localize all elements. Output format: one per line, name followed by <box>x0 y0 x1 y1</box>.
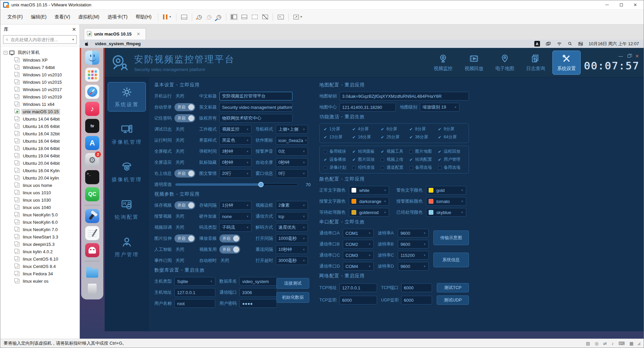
open-interval-select[interactable]: 1000毫秒▼ <box>276 234 308 243</box>
side-nav-user-mgmt[interactable]: 用户管理 <box>108 232 146 262</box>
storage-interval-select[interactable]: 1分钟▼ <box>219 201 252 210</box>
vm-list-item[interactable]: Windows XP <box>2 56 78 64</box>
vm-list-item[interactable]: linux uos 1030 <box>2 196 78 204</box>
side-nav-polling-config[interactable]: 轮询配置 <box>108 195 146 224</box>
ui-style-select[interactable]: 黑蓝色▼ <box>219 136 252 145</box>
vm-list-item[interactable]: linux euler os <box>2 277 78 285</box>
vm-list-item[interactable]: Ubuntu 18.04 64bit <box>2 145 78 152</box>
library-close-icon[interactable]: ✕ <box>72 26 76 32</box>
close-button[interactable]: ✕ <box>630 1 641 9</box>
side-nav-recorder-mgmt[interactable]: 录像机管理 <box>108 120 146 149</box>
vm-list-item[interactable]: linux uos home <box>2 182 78 189</box>
resize-grip[interactable]: ◢ <box>637 341 640 346</box>
baud-b-select[interactable]: 9600▼ <box>398 240 429 249</box>
transfer-diagram-button[interactable]: 传输示意图 <box>433 230 469 245</box>
db-init-button[interactable]: 初始化数据 <box>276 292 309 303</box>
alarm-lines-select[interactable]: 20行▼ <box>219 169 252 178</box>
vm-list-item[interactable]: linux deepin15.3 <box>2 240 78 248</box>
network-adapter-icon[interactable]: ⇄ <box>602 341 608 346</box>
fullscreen-button[interactable] <box>250 13 260 20</box>
trash-icon[interactable] <box>85 282 99 296</box>
cdrom-icon[interactable]: ◎ <box>594 341 599 346</box>
stretch-guest-button[interactable]: ↗▼ <box>291 13 305 21</box>
nav-log-query[interactable]: 日志查询 <box>522 51 550 75</box>
harddisk-icon[interactable]: ▤ <box>585 341 591 346</box>
feature-checkbox[interactable]: 轮询面板 <box>352 149 379 154</box>
toggle-fullscreen-mode[interactable]: 关闭 <box>174 148 195 154</box>
menu-view[interactable]: 查看(V) <box>51 12 74 22</box>
suspend-button[interactable]: ▼ <box>161 13 174 21</box>
search-dropdown-icon[interactable]: ▼ <box>72 38 74 41</box>
udp-listen-input[interactable]: 6000 <box>401 296 432 304</box>
feature-checkbox[interactable]: 图片地图 <box>409 149 437 154</box>
feature-checkbox[interactable]: 13分屏 <box>323 134 351 140</box>
vm-list-item[interactable]: Ubuntu 20.04 64bit <box>2 159 78 167</box>
db-type-select[interactable]: Sqlite▼ <box>174 277 215 286</box>
nav-system-settings[interactable]: 系统设置 <box>552 51 581 75</box>
tcp-listen-input[interactable]: 6000 <box>339 296 377 304</box>
vm-list-item[interactable]: Ubuntu 14.04 64bit <box>2 115 78 123</box>
alarm-sound-select[interactable]: 0次▼ <box>276 147 308 156</box>
feature-checkbox[interactable]: 1分屏 <box>323 126 351 132</box>
vm-list-item[interactable]: Ubuntu 14.05 64bit <box>2 123 78 130</box>
stream-type-select[interactable]: 子码流▼ <box>219 223 252 232</box>
toggle-auto-time-sync[interactable]: 关闭 <box>219 258 240 264</box>
color-select-processed[interactable]: skyblue▼ <box>426 208 466 217</box>
feature-checkbox[interactable]: 4分屏 <box>352 126 379 132</box>
test-tcp-button[interactable]: 测试TCP <box>437 283 469 292</box>
app-maximize-icon[interactable] <box>628 55 631 58</box>
app-close-icon[interactable]: ✕ <box>635 54 639 58</box>
sound-icon[interactable]: ♪ <box>610 341 615 346</box>
apple-menu-icon[interactable] <box>85 41 90 46</box>
feature-checkbox[interactable]: 8分屏 <box>409 126 437 132</box>
vm-list-item[interactable]: linux NeoKylin 6.0 <box>2 218 78 226</box>
control-center-icon[interactable] <box>578 41 583 47</box>
db-port-input[interactable]: 3306 <box>239 288 277 297</box>
vm-list-item[interactable]: linux NeoKylin 5.0 <box>2 211 78 218</box>
vm-list-item[interactable]: Windows 10 vs2010 <box>2 71 78 78</box>
vm-list-item[interactable]: Windows 7 64bit <box>2 64 78 71</box>
slider-knob[interactable] <box>258 182 264 187</box>
vm-list-item[interactable]: linux CentOS 8.4 <box>2 263 78 270</box>
wifi-icon[interactable] <box>556 41 562 47</box>
spotlight-icon[interactable] <box>568 41 573 46</box>
feature-checkbox[interactable]: 通道配置 <box>380 165 408 170</box>
vm-list-item[interactable]: linux NewStart 3.3 <box>2 233 78 240</box>
vm-list-item[interactable]: linux Fedora 34 <box>2 270 78 277</box>
ctrl-alt-del-button[interactable] <box>179 13 189 21</box>
serial-port-b-select[interactable]: COM2▼ <box>343 240 374 249</box>
opacity-slider[interactable] <box>175 183 298 186</box>
color-select-warn-text[interactable]: gold▼ <box>426 186 466 195</box>
hw-accel-select[interactable]: none▼ <box>219 212 252 221</box>
vm-list-item[interactable]: linux CentOS 6.10 <box>2 255 78 263</box>
qc-app-icon[interactable]: QC <box>85 187 99 201</box>
search-input[interactable] <box>11 37 70 42</box>
tcp-address-input[interactable]: 127.0.0.1 <box>339 283 377 292</box>
nav-style-select[interactable]: 上侧+上侧▼ <box>276 125 308 134</box>
menu-help[interactable]: 帮助(H) <box>132 12 155 22</box>
feature-checkbox[interactable]: 图片回放 <box>352 157 379 162</box>
library-search[interactable]: ▼ <box>3 35 77 44</box>
db-password-input[interactable]: ●●●● <box>239 299 277 308</box>
db-user-input[interactable]: root <box>174 299 215 308</box>
feature-checkbox[interactable]: 6分屏 <box>380 126 408 132</box>
vm-list-item[interactable]: linux NeoKylin 7.0 <box>2 226 78 233</box>
feature-checkbox[interactable]: 备用模块 <box>323 149 351 154</box>
safari-icon[interactable] <box>85 85 99 99</box>
window-info-select[interactable]: 0行▼ <box>276 169 308 178</box>
screen-mirroring-icon[interactable] <box>545 41 551 47</box>
feature-checkbox[interactable]: 视频工具 <box>380 149 408 154</box>
side-nav-system-settings[interactable]: 系统设置 <box>108 82 146 112</box>
app-minimize-icon[interactable]: — <box>619 54 623 58</box>
work-mode-select[interactable]: 视频监控▼ <box>219 125 252 134</box>
comm-mode-select[interactable]: tcp▼ <box>276 212 308 221</box>
baud-d-select[interactable]: 9600▼ <box>398 262 429 271</box>
color-select-normal-text[interactable]: white▼ <box>349 186 389 195</box>
feature-checkbox[interactable]: 设备播放 <box>323 157 351 162</box>
vm-list-item-selected[interactable]: unix macOS 10.15 <box>2 108 78 115</box>
vm-list-item[interactable]: Windows 10 vs2019 <box>2 93 78 100</box>
serial-port-d-select[interactable]: COM4▼ <box>343 262 374 271</box>
menu-file[interactable]: 文件(F) <box>4 12 26 22</box>
menu-tabs[interactable]: 选项卡(T) <box>104 12 131 22</box>
collapse-icon[interactable]: − <box>4 51 7 55</box>
